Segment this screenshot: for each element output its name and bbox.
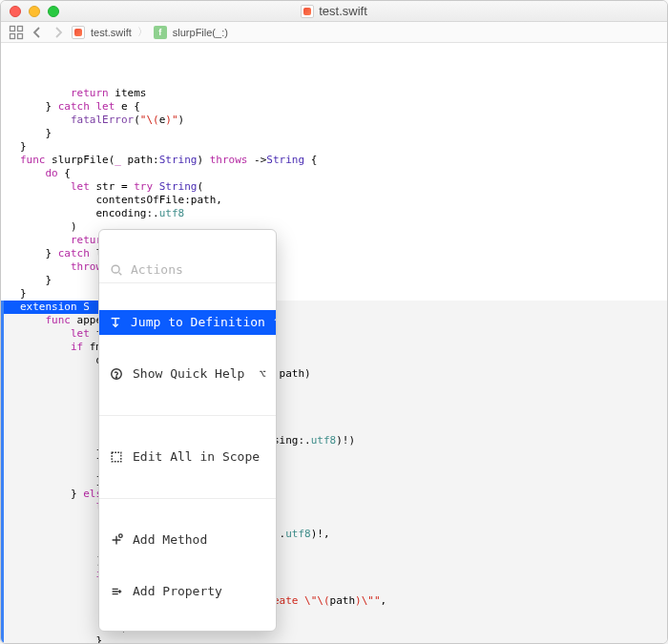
svg-point-4 — [112, 265, 119, 273]
jumpbar-symbol[interactable]: slurpFile(_:) — [173, 27, 228, 38]
action-label: Show Quick Help — [133, 367, 244, 381]
svg-rect-2 — [10, 33, 15, 38]
action-add-property[interactable]: Add Property — [99, 579, 276, 604]
related-items-icon[interactable] — [9, 25, 24, 40]
actions-search-placeholder: Actions — [131, 263, 183, 277]
forward-icon[interactable] — [51, 25, 66, 40]
traffic-lights — [10, 6, 59, 17]
svg-rect-3 — [18, 33, 23, 38]
swift-file-icon — [301, 5, 314, 18]
jump-to-definition-icon — [109, 315, 122, 330]
action-shortcut: ^⌘ — [274, 316, 277, 329]
jump-bar[interactable]: test.swift 〉 slurpFile(_:) — [1, 22, 667, 43]
action-label: Jump to Definition — [131, 316, 265, 329]
action-shortcut: ⌥ — [260, 367, 266, 381]
extension-fold-header[interactable]: extension extension SS — [4, 301, 99, 314]
svg-rect-10 — [112, 452, 121, 462]
editor-window: test.swift test.swift 〉 slurpFile(_:) re… — [0, 0, 668, 644]
zoom-icon[interactable] — [48, 6, 59, 17]
svg-line-5 — [119, 272, 122, 275]
close-icon[interactable] — [10, 6, 21, 17]
window-title-text: test.swift — [319, 4, 367, 18]
minimize-icon[interactable] — [29, 6, 40, 17]
jumpbar-file[interactable]: test.swift — [91, 27, 132, 38]
function-badge-icon — [154, 26, 167, 39]
window-title: test.swift — [1, 4, 667, 18]
svg-rect-0 — [10, 26, 15, 31]
edit-scope-icon — [109, 449, 124, 465]
action-add-method[interactable]: Add Method — [99, 528, 276, 552]
separator — [99, 498, 276, 499]
svg-rect-1 — [18, 26, 23, 31]
action-label: Edit All in Scope — [133, 450, 260, 464]
actions-search-input[interactable]: Actions — [99, 257, 276, 283]
back-icon[interactable] — [30, 25, 45, 40]
swift-file-icon — [72, 26, 85, 39]
action-label: Add Property — [133, 585, 222, 598]
search-icon — [109, 262, 124, 278]
separator — [99, 415, 276, 416]
add-property-icon — [109, 584, 124, 599]
titlebar: test.swift — [1, 1, 667, 22]
code-editor[interactable]: return items } catch let e { fatalError(… — [1, 43, 667, 643]
add-method-icon — [109, 532, 124, 548]
action-jump-to-definition[interactable]: Jump to Definition ^⌘ — [99, 310, 276, 335]
code-text: return — [71, 87, 109, 99]
quick-actions-popup: Actions Jump to Definition ^⌘ Show Quick… — [98, 229, 277, 632]
action-edit-all-in-scope[interactable]: Edit All in Scope — [99, 445, 276, 469]
svg-point-9 — [115, 377, 116, 378]
action-label: Add Method — [133, 533, 207, 547]
chevron-right-icon: 〉 — [137, 25, 148, 39]
svg-point-13 — [119, 534, 123, 538]
help-icon — [109, 366, 124, 382]
action-show-quick-help[interactable]: Show Quick Help ⌥ — [99, 362, 276, 386]
